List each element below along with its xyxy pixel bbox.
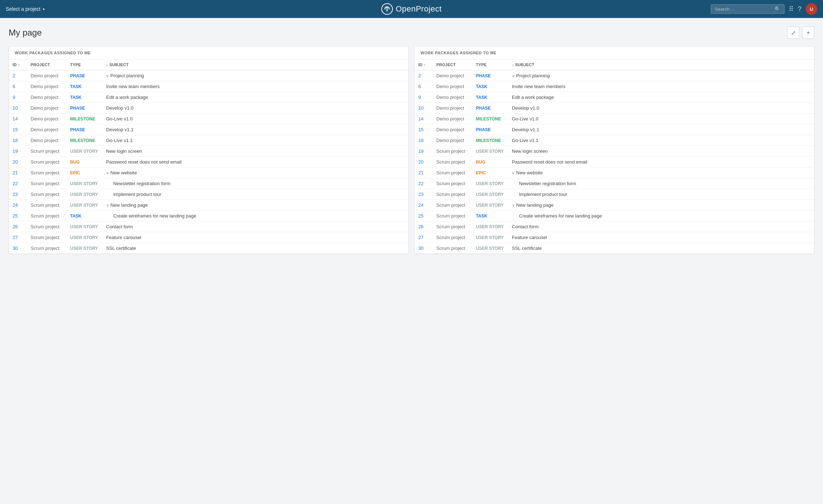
cell-subject-1-7: New login screen [508,146,814,157]
subject-text: Go-Live v1.0 [106,116,133,122]
cell-project-1-15: Scrum project [433,232,472,243]
cell-id-1-3: 10 [415,103,433,114]
th-subject-panel-1[interactable]: ↓ SUBJECT [508,60,814,70]
project-text-1-1: Demo project [436,84,464,89]
id-link-0-7[interactable]: 19 [13,148,18,154]
id-link-0-2[interactable]: 9 [13,95,15,100]
id-link-1-6[interactable]: 18 [418,138,423,143]
cell-subject-1-11: Implement product tour [508,189,814,200]
cell-type-1-1: TASK [472,81,508,92]
th-id-panel-0[interactable]: ID ↑ [9,60,27,70]
id-link-0-9[interactable]: 21 [13,170,18,175]
subject-text: Go-Live v1.1 [106,138,133,143]
type-badge-1-6: MILESTONE [476,138,501,143]
cell-id-1-0: 2 [415,70,433,81]
id-link-0-4[interactable]: 14 [13,116,18,122]
table-row: 9Demo projectTASKEdit a work package [9,92,408,103]
project-text-1-12: Scrum project [436,202,465,208]
expand-button[interactable]: ⤢ [787,27,799,39]
id-link-0-8[interactable]: 20 [13,159,18,165]
search-box[interactable]: 🔍 [711,4,785,14]
th-id-panel-1[interactable]: ID ↑ [415,60,433,70]
cell-id-1-5: 15 [415,124,433,135]
cell-type-1-13: TASK [472,211,508,221]
subject-text: Edit a work package [106,95,148,100]
id-link-0-12[interactable]: 24 [13,202,18,208]
id-link-0-13[interactable]: 25 [13,213,18,219]
cell-project-1-9: Scrum project [433,168,472,178]
panel-0: WORK PACKAGES ASSIGNED TO MEID ↑PROJECTT… [9,46,409,254]
table-row: 30Scrum projectUSER STORYSSL certificate [9,243,408,254]
type-badge-0-4: MILESTONE [70,116,95,122]
id-link-0-6[interactable]: 18 [13,138,18,143]
project-text-1-15: Scrum project [436,235,465,240]
select-project-button[interactable]: Select a project ▾ [6,6,45,12]
type-badge-1-1: TASK [476,84,487,89]
table-row: 2Demo projectPHASE∨Project planning [415,70,814,81]
id-link-0-11[interactable]: 23 [13,192,18,197]
id-link-0-16[interactable]: 30 [13,246,18,251]
cell-subject-1-14: Contact form [508,221,814,232]
type-badge-1-9: EPIC [476,170,486,175]
id-link-1-7[interactable]: 19 [418,148,423,154]
cell-project-1-2: Demo project [433,92,472,103]
id-link-0-15[interactable]: 27 [13,235,18,240]
table-row: 22Scrum projectUSER STORYNewsletter regi… [415,178,814,189]
subject-text: New landing page [110,202,148,208]
id-link-1-1[interactable]: 6 [418,84,421,89]
th-project-panel-0[interactable]: PROJECT [27,60,67,70]
id-link-0-0[interactable]: 2 [13,73,15,78]
th-subject-panel-0[interactable]: ↓ SUBJECT [103,60,408,70]
type-badge-1-13: TASK [476,214,487,219]
id-link-1-3[interactable]: 10 [418,105,423,111]
search-icon: 🔍 [774,6,781,12]
project-text-0-12: Scrum project [31,202,59,208]
avatar[interactable]: U [806,3,817,15]
table-row: 14Demo projectMILESTONEGo-Live v1.0 [415,114,814,124]
table-row: 10Demo projectPHASEDevelop v1.0 [415,103,814,114]
project-text-0-10: Scrum project [31,181,59,186]
id-link-1-11[interactable]: 23 [418,192,423,197]
type-badge-0-3: PHASE [70,106,85,111]
cell-project-0-0: Demo project [27,70,67,81]
cell-type-0-6: MILESTONE [67,135,103,146]
cell-subject-1-13: Create wireframes for new landing page [508,211,814,221]
th-project-panel-1[interactable]: PROJECT [433,60,472,70]
page-header: My page ⤢ + [9,27,814,39]
project-text-1-4: Demo project [436,116,464,122]
id-link-0-14[interactable]: 26 [13,224,18,229]
id-link-1-14[interactable]: 26 [418,224,423,229]
id-link-1-5[interactable]: 15 [418,127,423,132]
id-link-1-8[interactable]: 20 [418,159,423,165]
project-text-0-13: Scrum project [31,213,59,219]
id-link-0-3[interactable]: 10 [13,105,18,111]
id-link-1-0[interactable]: 2 [418,73,421,78]
th-type-panel-1[interactable]: TYPE [472,60,508,70]
cell-subject-1-15: Feature carousel [508,232,814,243]
cell-project-1-14: Scrum project [433,221,472,232]
add-widget-button[interactable]: + [802,27,814,39]
header-right-area: 🔍 ⠿ ? U [711,3,817,15]
id-link-1-16[interactable]: 30 [418,246,423,251]
id-link-1-10[interactable]: 22 [418,181,423,186]
id-link-0-10[interactable]: 22 [13,181,18,186]
id-link-1-13[interactable]: 25 [418,213,423,219]
id-link-1-12[interactable]: 24 [418,202,423,208]
help-button[interactable]: ? [798,5,801,13]
type-badge-0-2: TASK [70,95,82,100]
subject-text: Go-Live v1.1 [512,138,538,143]
th-type-panel-0[interactable]: TYPE [67,60,103,70]
cell-id-1-9: 21 [415,168,433,178]
apps-grid-button[interactable]: ⠿ [789,5,794,13]
id-link-1-4[interactable]: 14 [418,116,423,122]
id-link-1-2[interactable]: 9 [418,95,421,100]
search-input[interactable] [715,6,772,12]
cell-id-1-14: 26 [415,221,433,232]
id-link-1-9[interactable]: 21 [418,170,423,175]
id-link-0-5[interactable]: 15 [13,127,18,132]
project-text-0-14: Scrum project [31,224,59,229]
id-link-1-15[interactable]: 27 [418,235,423,240]
table-row: 10Demo projectPHASEDevelop v1.0 [9,103,408,114]
id-link-0-1[interactable]: 6 [13,84,15,89]
select-project-label: Select a project [6,6,41,12]
